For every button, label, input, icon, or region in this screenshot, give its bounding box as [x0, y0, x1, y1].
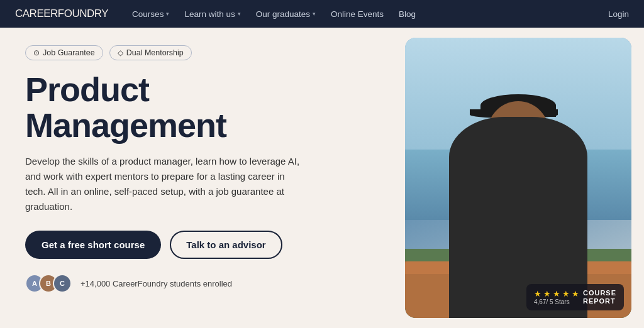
- nav-links: Courses ▾ Learn with us ▾ Our graduates …: [126, 6, 608, 23]
- login-link[interactable]: Login: [608, 9, 629, 19]
- logo-bold: CAREER: [15, 8, 58, 19]
- talk-to-advisor-button[interactable]: Talk to an advisor: [170, 231, 282, 259]
- hero-image-panel: ★ ★ ★ ★ ★ 4,67/ 5 Stars COURSE REPORT: [405, 38, 631, 318]
- chevron-down-icon: ▾: [313, 11, 316, 17]
- badge-job-guarantee: ⊙ Job Guarantee: [25, 45, 103, 60]
- check-icon: ⊙: [33, 48, 40, 57]
- course-report-label: COURSE REPORT: [583, 289, 616, 305]
- cta-buttons: Get a free short course Talk to an advis…: [25, 231, 380, 259]
- course-report-badge: ★ ★ ★ ★ ★ 4,67/ 5 Stars COURSE REPORT: [526, 284, 624, 310]
- star-1: ★: [534, 289, 541, 298]
- avatar-group: A B C: [25, 274, 67, 293]
- get-free-course-button[interactable]: Get a free short course: [25, 231, 161, 259]
- hero-description: Develop the skills of a product manager,…: [25, 154, 302, 214]
- star-4: ★: [562, 289, 570, 298]
- chevron-down-icon: ▾: [238, 11, 241, 17]
- badge-dual-mentorship: ◇ Dual Mentorship: [109, 45, 192, 60]
- logo-light: FOUNDRY: [58, 8, 108, 19]
- hero-image: ★ ★ ★ ★ ★ 4,67/ 5 Stars COURSE REPORT: [405, 38, 631, 318]
- nav-link-blog[interactable]: Blog: [392, 6, 422, 23]
- enrolled-section: A B C +14,000 CareerFoundry students enr…: [25, 274, 380, 293]
- navbar: CAREERFOUNDRY Courses ▾ Learn with us ▾ …: [0, 0, 644, 28]
- nav-link-online-events[interactable]: Online Events: [325, 6, 390, 23]
- star-2: ★: [543, 289, 551, 298]
- enrolled-text: +14,000 CareerFoundry students enrolled: [80, 279, 232, 288]
- stars-score: 4,67/ 5 Stars: [534, 298, 579, 305]
- main-content: ⊙ Job Guarantee ◇ Dual Mentorship Produc…: [0, 28, 644, 328]
- nav-link-courses[interactable]: Courses ▾: [126, 6, 175, 23]
- site-logo[interactable]: CAREERFOUNDRY: [15, 8, 108, 20]
- stars-rating: ★ ★ ★ ★ ★ 4,67/ 5 Stars: [534, 289, 579, 305]
- chevron-down-icon: ▾: [166, 11, 169, 17]
- hero-left: ⊙ Job Guarantee ◇ Dual Mentorship Produc…: [0, 28, 405, 328]
- nav-link-learn-with-us[interactable]: Learn with us ▾: [178, 6, 247, 23]
- star-3: ★: [553, 289, 560, 298]
- hero-heading: Product Management: [25, 72, 380, 143]
- badge-group: ⊙ Job Guarantee ◇ Dual Mentorship: [25, 45, 380, 60]
- star-half: ★: [572, 289, 579, 298]
- diamond-icon: ◇: [118, 48, 123, 57]
- avatar-3: C: [53, 274, 72, 293]
- nav-link-our-graduates[interactable]: Our graduates ▾: [250, 6, 322, 23]
